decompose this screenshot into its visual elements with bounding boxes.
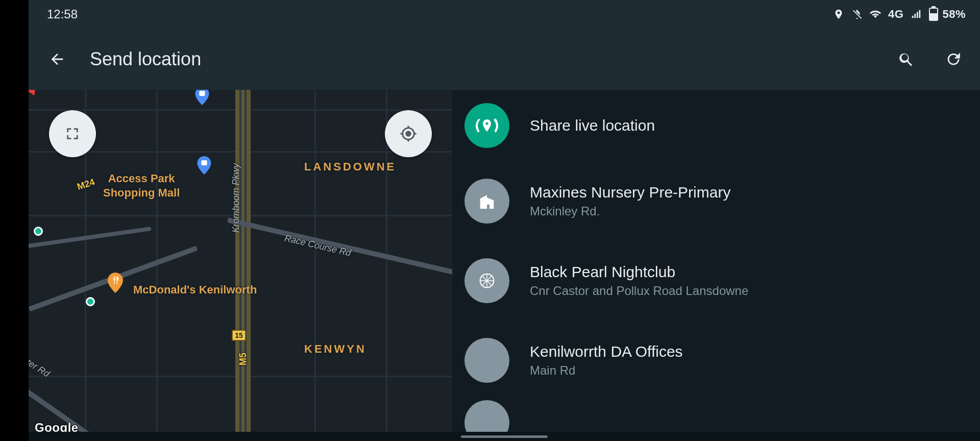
back-button[interactable] <box>45 47 69 71</box>
status-bar: 12:58 4G 58% <box>29 0 980 29</box>
list-item-title: Maxines Nursery Pre-Primary <box>530 184 730 201</box>
refresh-button[interactable] <box>941 47 966 71</box>
list-item-title: Share live location <box>530 117 655 134</box>
svg-rect-1 <box>201 160 207 165</box>
map-road-label: Race Course Rd <box>283 233 352 258</box>
place-item[interactable]: Kenilworrth DA Offices Main Rd <box>452 321 980 400</box>
map-highway-label: M24 <box>76 177 96 192</box>
map-highway-label: M5 <box>238 353 249 365</box>
search-button[interactable] <box>894 47 919 71</box>
share-live-location-item[interactable]: Share live location <box>452 90 980 161</box>
location-status-icon <box>833 9 844 20</box>
list-item-subtitle: Mckinley Rd. <box>530 204 730 218</box>
map-poi-label: McDonald's Kenilworth <box>133 283 257 297</box>
place-icon <box>464 338 509 383</box>
map-area-label: KENWYN <box>304 342 366 356</box>
map-pin-food[interactable] <box>105 273 126 293</box>
building-icon <box>464 179 509 224</box>
app-bar: Send location <box>29 29 980 90</box>
list-item-subtitle: Cnr Castor and Pollux Road Lansdowne <box>530 284 748 298</box>
map-exit-badge: 15 <box>232 330 246 341</box>
list-item-title: Black Pearl Nightclub <box>530 263 748 281</box>
svg-rect-0 <box>199 91 205 96</box>
map-pin-shop[interactable] <box>195 156 213 175</box>
map-road-label: Kromboom Pkwy <box>231 163 241 233</box>
map-dot <box>86 297 95 306</box>
place-item[interactable] <box>452 400 980 421</box>
map-road-label: ter Rd <box>29 357 52 380</box>
network-type: 4G <box>888 8 903 21</box>
map-poi-label: Access ParkShopping Mall <box>103 172 180 200</box>
clock: 12:58 <box>47 7 78 21</box>
battery-indicator: 58% <box>929 8 966 21</box>
signal-icon <box>911 9 922 20</box>
map-dot <box>34 227 43 236</box>
place-item[interactable]: Black Pearl Nightclub Cnr Castor and Pol… <box>452 241 980 321</box>
page-title: Send location <box>90 48 894 70</box>
nav-handle[interactable] <box>29 432 980 441</box>
live-location-icon <box>464 103 509 148</box>
map-marker-red <box>29 90 39 97</box>
content-split: 15 Access ParkShopping Mall McDonald's K… <box>29 90 980 441</box>
dnd-icon <box>851 9 863 20</box>
wifi-icon <box>870 9 881 20</box>
map-area-label: LANSDOWNE <box>304 160 396 174</box>
map-pin-shop[interactable] <box>193 90 211 105</box>
map-highway <box>235 90 251 441</box>
place-item[interactable]: Maxines Nursery Pre-Primary Mckinley Rd. <box>452 161 980 241</box>
battery-percent: 58% <box>942 8 966 21</box>
fullscreen-button[interactable] <box>49 110 96 157</box>
screen: 12:58 4G 58% Send location <box>29 0 980 441</box>
map-pane[interactable]: 15 Access ParkShopping Mall McDonald's K… <box>29 90 452 441</box>
places-list[interactable]: Share live location Maxines Nursery Pre-… <box>452 90 980 441</box>
locate-me-button[interactable] <box>385 110 432 157</box>
nightlife-icon <box>464 258 509 303</box>
status-icons: 4G 58% <box>833 8 966 21</box>
list-item-title: Kenilworrth DA Offices <box>530 343 683 360</box>
list-item-subtitle: Main Rd <box>530 363 683 378</box>
